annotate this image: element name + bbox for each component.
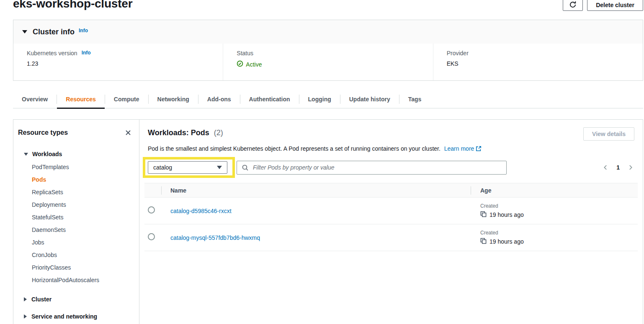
tree-group-workloads-toggle[interactable]: Workloads — [18, 150, 132, 158]
filter-row: catalog — [148, 156, 634, 179]
resources-panel: Resource types Workloads — [13, 119, 643, 324]
cluster-info-card: Cluster info Info Kubernetes version Inf… — [13, 20, 643, 81]
sidebar-item-replicasets[interactable]: ReplicaSets — [32, 186, 132, 198]
provider-field: Provider EKS — [433, 44, 643, 80]
sidebar-item-priorityclasses[interactable]: PriorityClasses — [32, 261, 132, 274]
sidebar-item-jobs[interactable]: Jobs — [32, 236, 132, 249]
chevron-left-icon — [603, 165, 608, 172]
kubernetes-version-value: 1.23 — [27, 60, 223, 67]
learn-more-link[interactable]: Learn more — [444, 145, 474, 152]
sidebar-item-statefulsets[interactable]: StatefulSets — [32, 211, 132, 224]
pods-table: Name Age catalog-d5985c46-rxcxt Created — [144, 183, 638, 251]
pods-heading: Workloads: Pods (2) — [148, 128, 223, 137]
close-icon — [125, 131, 131, 137]
kubernetes-version-info-link[interactable]: Info — [82, 50, 91, 56]
kubernetes-version-field: Kubernetes version Info 1.23 — [13, 44, 223, 80]
pods-main-area: Workloads: Pods (2) View details Pod is … — [139, 120, 643, 324]
tree-group-service-networking-label: Service and networking — [31, 312, 97, 321]
namespace-filter-value: catalog — [153, 164, 172, 171]
next-page-button[interactable] — [627, 164, 634, 171]
search-icon — [242, 164, 249, 173]
table-row: catalog-d5985c46-rxcxt Created 19 hou — [144, 198, 638, 224]
pods-search — [237, 161, 507, 175]
pods-heading-text: Workloads: Pods — [148, 129, 209, 137]
tab-compute[interactable]: Compute — [105, 90, 148, 108]
provider-label: Provider — [447, 50, 469, 57]
chevron-right-icon — [628, 165, 634, 172]
tab-tags[interactable]: Tags — [399, 90, 430, 108]
age-cell: Created 19 hours ago — [471, 203, 638, 219]
header-actions: Delete cluster — [563, 0, 643, 11]
pagination: 1 — [602, 164, 634, 171]
row-radio-button[interactable] — [148, 206, 155, 213]
tab-update-history[interactable]: Update history — [340, 90, 399, 108]
pods-description: Pod is the smallest and simplest Kuberne… — [148, 145, 634, 153]
tree-group-workloads-label: Workloads — [32, 150, 62, 158]
age-created-label: Created — [480, 230, 638, 236]
status-label: Status — [237, 50, 253, 57]
sidebar-item-deployments[interactable]: Deployments — [32, 198, 132, 211]
tree-group-cluster-toggle[interactable]: Cluster — [18, 295, 132, 303]
age-value-text: 19 hours ago — [489, 238, 524, 245]
resource-types-title: Resource types — [18, 129, 68, 136]
table-row: catalog-mysql-557fdb7bd6-hwxmq Created — [144, 224, 638, 251]
cluster-info-title: Cluster info — [33, 28, 75, 36]
external-link-icon — [476, 146, 482, 153]
tree-group-cluster: Cluster — [18, 295, 132, 303]
pod-name-link[interactable]: catalog-d5985c46-rxcxt — [170, 208, 232, 214]
sidebar-item-cronjobs[interactable]: CronJobs — [32, 249, 132, 261]
sidebar-item-daemonsets[interactable]: DaemonSets — [32, 224, 132, 236]
tab-overview[interactable]: Overview — [13, 90, 57, 108]
chevron-down-icon — [217, 166, 222, 169]
close-sidebar-button[interactable] — [124, 129, 132, 137]
tree-group-service-networking: Service and networking — [18, 312, 132, 321]
sidebar-item-horizontalpodautoscalers[interactable]: HorizontalPodAutoscalers — [32, 274, 132, 286]
tree-group-cluster-label: Cluster — [31, 295, 52, 303]
refresh-button[interactable] — [563, 0, 583, 11]
age-created-label: Created — [480, 203, 638, 209]
pods-description-text: Pod is the smallest and simplest Kuberne… — [148, 145, 440, 152]
status-check-icon — [237, 60, 243, 68]
triangle-right-icon — [24, 297, 27, 301]
delete-cluster-button[interactable]: Delete cluster — [587, 0, 643, 11]
tab-add-ons[interactable]: Add-ons — [198, 90, 240, 108]
resource-tree: Workloads PodTemplates Pods ReplicaSets … — [18, 150, 132, 321]
triangle-down-icon — [24, 153, 28, 156]
age-cell: Created 19 hours ago — [471, 230, 638, 245]
copy-icon[interactable] — [480, 238, 487, 245]
name-column-header: Name — [162, 187, 471, 194]
triangle-right-icon — [24, 314, 27, 319]
refresh-icon — [569, 0, 577, 10]
tree-group-workloads: Workloads PodTemplates Pods ReplicaSets … — [18, 150, 132, 286]
search-input[interactable] — [237, 161, 507, 175]
tab-authentication[interactable]: Authentication — [240, 90, 299, 108]
view-details-button[interactable]: View details — [583, 127, 634, 141]
status-badge: Active — [246, 61, 262, 68]
provider-value: EKS — [447, 60, 643, 67]
cluster-info-header[interactable]: Cluster info Info — [13, 20, 643, 44]
sidebar-item-pods[interactable]: Pods — [32, 173, 132, 186]
cluster-info-info-link[interactable]: Info — [79, 28, 88, 33]
sidebar-item-podtemplates[interactable]: PodTemplates — [32, 161, 132, 173]
cluster-info-body: Kubernetes version Info 1.23 Status — [13, 44, 643, 80]
pod-name-link[interactable]: catalog-mysql-557fdb7bd6-hwxmq — [170, 234, 260, 241]
eks-cluster-page: eks-workshop-cluster Delete cluster Clus… — [0, 0, 644, 324]
pods-count: (2) — [214, 129, 223, 137]
page-number: 1 — [616, 164, 620, 171]
resource-types-sidebar: Resource types Workloads — [13, 120, 139, 324]
pods-table-header: Name Age — [144, 183, 638, 198]
cluster-tabs: Overview Resources Compute Networking Ad… — [13, 90, 643, 108]
row-radio-button[interactable] — [148, 233, 155, 240]
tab-resources[interactable]: Resources — [57, 90, 105, 108]
tab-logging[interactable]: Logging — [299, 90, 340, 108]
tab-networking[interactable]: Networking — [149, 90, 198, 108]
age-column-header: Age — [471, 187, 638, 194]
highlight-annotation: catalog — [143, 157, 235, 178]
age-value-text: 19 hours ago — [489, 211, 524, 218]
tree-group-service-networking-toggle[interactable]: Service and networking — [18, 312, 132, 321]
namespace-filter-dropdown[interactable]: catalog — [148, 161, 227, 174]
copy-icon[interactable] — [480, 211, 487, 219]
previous-page-button[interactable] — [602, 164, 609, 171]
page-title: eks-workshop-cluster — [13, 0, 132, 10]
status-field: Status Active — [223, 44, 433, 80]
